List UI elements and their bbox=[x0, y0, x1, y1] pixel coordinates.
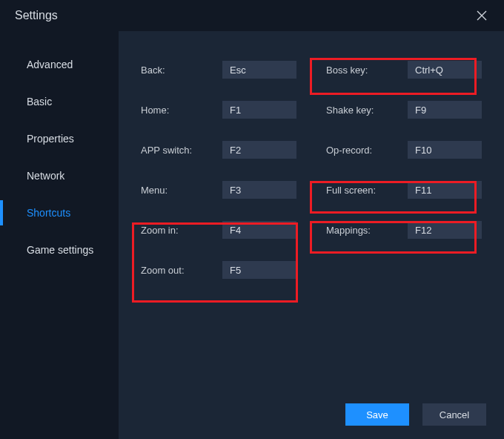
sidebar-item-basic[interactable]: Basic bbox=[0, 83, 119, 120]
sidebar-item-label: Basic bbox=[27, 96, 52, 108]
input-zoom-in[interactable] bbox=[222, 221, 296, 239]
content-panel: Back: Boss key: Home: Shake key: APP swi… bbox=[119, 31, 504, 439]
sidebar-item-label: Network bbox=[27, 170, 64, 182]
sidebar-item-shortcuts[interactable]: Shortcuts bbox=[0, 194, 119, 231]
input-back[interactable] bbox=[222, 61, 296, 79]
sidebar-item-label: Properties bbox=[27, 133, 74, 145]
label-zoom-out: Zoom out: bbox=[141, 265, 222, 276]
input-full-screen[interactable] bbox=[408, 181, 482, 199]
input-mappings[interactable] bbox=[408, 221, 482, 239]
sidebar-item-label: Shortcuts bbox=[27, 207, 70, 219]
input-app-switch[interactable] bbox=[222, 141, 296, 159]
sidebar-item-properties[interactable]: Properties bbox=[0, 120, 119, 157]
label-home: Home: bbox=[141, 105, 222, 116]
label-shake-key: Shake key: bbox=[326, 105, 408, 116]
sidebar-item-network[interactable]: Network bbox=[0, 157, 119, 194]
label-menu: Menu: bbox=[141, 185, 222, 196]
sidebar-item-game-settings[interactable]: Game settings bbox=[0, 231, 119, 268]
label-mappings: Mappings: bbox=[326, 225, 408, 236]
button-row: Save Cancel bbox=[345, 403, 486, 426]
cancel-button[interactable]: Cancel bbox=[422, 403, 486, 426]
label-zoom-in: Zoom in: bbox=[141, 225, 222, 236]
sidebar: Advanced Basic Properties Network Shortc… bbox=[0, 31, 119, 439]
label-app-switch: APP switch: bbox=[141, 145, 222, 156]
main-area: Advanced Basic Properties Network Shortc… bbox=[0, 31, 504, 439]
sidebar-item-label: Game settings bbox=[27, 244, 93, 256]
input-zoom-out[interactable] bbox=[222, 261, 296, 279]
label-full-screen: Full screen: bbox=[326, 185, 408, 196]
input-boss-key[interactable] bbox=[408, 61, 482, 79]
label-back: Back: bbox=[141, 65, 222, 76]
save-button[interactable]: Save bbox=[345, 403, 409, 426]
label-boss-key: Boss key: bbox=[326, 65, 408, 76]
input-home[interactable] bbox=[222, 101, 296, 119]
input-shake-key[interactable] bbox=[408, 101, 482, 119]
shortcuts-grid: Back: Boss key: Home: Shake key: APP swi… bbox=[141, 61, 504, 279]
input-menu[interactable] bbox=[222, 181, 296, 199]
close-button[interactable] bbox=[471, 5, 492, 26]
close-icon bbox=[477, 10, 487, 21]
titlebar: Settings bbox=[0, 0, 504, 31]
input-op-record[interactable] bbox=[408, 141, 482, 159]
window-title: Settings bbox=[15, 9, 58, 22]
label-op-record: Op-record: bbox=[326, 145, 408, 156]
sidebar-item-advanced[interactable]: Advanced bbox=[0, 46, 119, 83]
sidebar-item-label: Advanced bbox=[27, 59, 73, 70]
